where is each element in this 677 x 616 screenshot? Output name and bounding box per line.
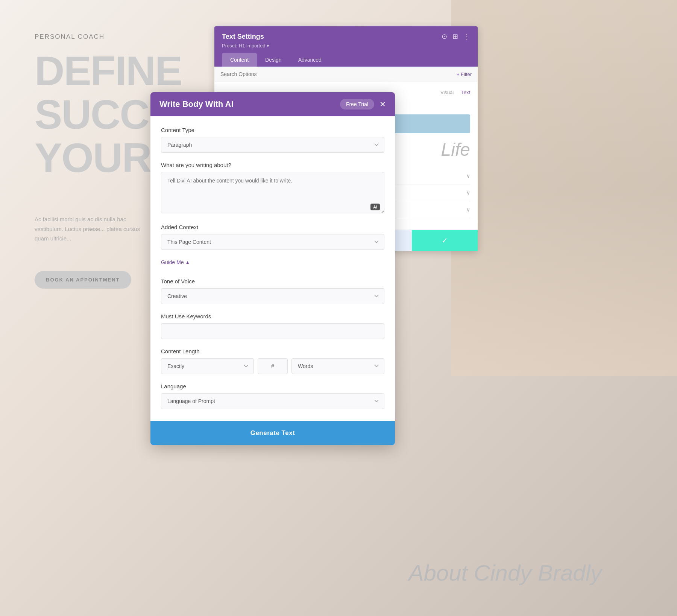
free-trial-badge: Free Trial: [340, 99, 374, 110]
exactly-select[interactable]: Exactly About At Least: [161, 358, 254, 374]
ai-close-button[interactable]: ✕: [379, 100, 386, 108]
more-icon[interactable]: ⋮: [463, 32, 470, 41]
visual-mode-button[interactable]: Visual: [440, 90, 454, 95]
chevron-icon-1: ∨: [466, 173, 470, 179]
tone-label: Tone of Voice: [161, 278, 384, 284]
chevron-icon-3: ∨: [466, 207, 470, 213]
content-length-row: Exactly About At Least Words Sentences P…: [161, 358, 384, 374]
writing-about-label: What are you writing about?: [161, 162, 384, 168]
settings-tabs: Content Design Advanced: [222, 53, 470, 67]
added-context-group: Added Context This Page Content None: [161, 224, 384, 250]
guide-me-group: Guide Me ▲: [161, 259, 384, 269]
textarea-wrapper: AI: [161, 172, 384, 215]
background-body-text: Ac facilisi morbi quis ac dis nulla hac …: [35, 214, 155, 243]
split-icon[interactable]: ⊞: [452, 32, 458, 41]
preset-label[interactable]: Preset: H1 imported ▾: [222, 43, 470, 49]
content-type-group: Content Type Paragraph List Heading: [161, 127, 384, 153]
content-length-label: Content Length: [161, 348, 384, 354]
words-select[interactable]: Words Sentences Paragraphs: [291, 358, 384, 374]
language-label: Language: [161, 383, 384, 389]
keywords-input[interactable]: [161, 323, 384, 339]
tone-select[interactable]: Creative Professional Casual Formal: [161, 288, 384, 304]
background-right-image: [451, 0, 677, 376]
ai-modal: Write Body With AI Free Trial ✕ Content …: [150, 92, 395, 445]
content-type-select[interactable]: Paragraph List Heading: [161, 137, 384, 153]
text-mode-button[interactable]: Text: [461, 90, 470, 95]
headline-line1: DEFINE: [35, 49, 229, 93]
added-context-label: Added Context: [161, 224, 384, 230]
ai-modal-header: Write Body With AI Free Trial ✕: [150, 92, 395, 116]
content-type-label: Content Type: [161, 127, 384, 133]
language-group: Language Language of Prompt English Span…: [161, 383, 384, 409]
tab-advanced[interactable]: Advanced: [290, 53, 330, 67]
writing-about-textarea[interactable]: [161, 172, 384, 213]
guide-me-arrow-icon: ▲: [185, 260, 190, 265]
added-context-select[interactable]: This Page Content None: [161, 234, 384, 250]
number-input[interactable]: [258, 358, 288, 374]
confirm-bottom-button[interactable]: ✓: [412, 230, 478, 251]
content-length-group: Content Length Exactly About At Least Wo…: [161, 348, 384, 374]
generate-text-button[interactable]: Generate Text: [150, 421, 395, 445]
guide-me-label: Guide Me: [161, 259, 184, 265]
search-row: + Filter: [214, 67, 478, 82]
header-icons: ⊙ ⊞ ⋮: [442, 32, 470, 41]
text-settings-header: Text Settings ⊙ ⊞ ⋮ Preset: H1 imported …: [214, 26, 478, 67]
ai-modal-header-right: Free Trial ✕: [340, 99, 386, 110]
tab-content[interactable]: Content: [222, 53, 257, 67]
search-input[interactable]: [220, 71, 457, 77]
tab-design[interactable]: Design: [257, 53, 290, 67]
book-appointment-button[interactable]: BOOK AN APPOINTMENT: [35, 271, 131, 289]
filter-button[interactable]: + Filter: [457, 71, 472, 77]
guide-me-button[interactable]: Guide Me ▲: [161, 259, 190, 265]
keywords-label: Must Use Keywords: [161, 313, 384, 319]
personal-coach-label: PERSONAL COACH: [35, 33, 105, 41]
chevron-icon-2: ∨: [466, 190, 470, 196]
ai-modal-title: Write Body With AI: [159, 99, 234, 109]
about-text: About Cindy Bradly: [408, 560, 602, 586]
keywords-group: Must Use Keywords: [161, 313, 384, 339]
text-settings-title: Text Settings: [222, 33, 264, 41]
focus-icon[interactable]: ⊙: [442, 32, 447, 41]
language-select[interactable]: Language of Prompt English Spanish Frenc…: [161, 393, 384, 409]
writing-about-group: What are you writing about? AI: [161, 162, 384, 215]
ai-modal-body: Content Type Paragraph List Heading What…: [150, 116, 395, 417]
tone-group: Tone of Voice Creative Professional Casu…: [161, 278, 384, 304]
ai-badge: AI: [370, 204, 380, 210]
